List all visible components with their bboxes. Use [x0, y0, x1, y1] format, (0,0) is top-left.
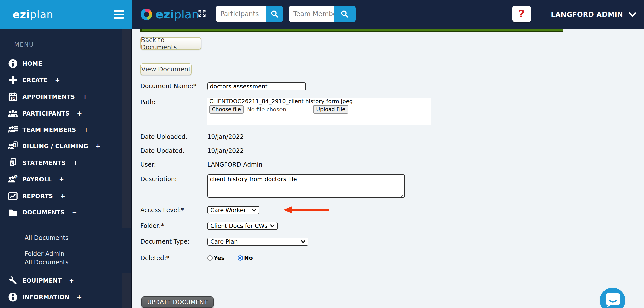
sidebar-logo-light: plan [30, 8, 53, 21]
sidebar-item-appointments[interactable]: 31 APPOINTMENTS + [0, 91, 122, 102]
app-logo[interactable]: eziplan [140, 8, 199, 21]
submenu-item-folder-admin[interactable]: Folder Admin [0, 249, 131, 259]
sidebar-logo[interactable]: eziplan [13, 8, 53, 21]
sidebar-item-information[interactable]: INFORMATION + [0, 292, 122, 303]
red-annotation-arrow [282, 206, 331, 214]
info-circle-icon [8, 292, 18, 302]
sidebar-item-reports[interactable]: REPORTS + [0, 190, 122, 202]
description-textarea[interactable]: client history from doctors file [207, 174, 405, 198]
access-level-select[interactable]: Care Worker [207, 206, 259, 214]
sidebar-item-documents[interactable]: DOCUMENTS − [0, 207, 122, 218]
user-name: LANGFORD ADMIN [551, 11, 623, 18]
svg-text:$: $ [14, 144, 16, 147]
sidebar-edge [131, 29, 132, 308]
svg-text:$: $ [15, 175, 17, 179]
help-question-mark: ? [519, 8, 525, 20]
document-name-input[interactable] [207, 82, 306, 90]
sidebar-item-equipment[interactable]: EQUIPMENT + [0, 275, 122, 286]
chat-widget-button[interactable] [599, 287, 626, 308]
path-panel: CLIENTDOC26211_84_2910_client history fo… [207, 98, 431, 125]
info-circle-icon [8, 58, 18, 69]
hamburger-menu-icon[interactable] [114, 10, 124, 19]
document-type-label: Document Type: [140, 238, 189, 245]
form-bottom-divider [140, 280, 561, 280]
search-icon [340, 9, 349, 19]
deleted-label: Deleted:* [140, 255, 169, 262]
no-file-chosen-text: No file chosen [247, 106, 286, 113]
deleted-no-label: No [244, 255, 253, 261]
choose-file-button[interactable]: Choose file [209, 105, 244, 114]
submenu-item-all-documents[interactable]: All Documents [0, 233, 131, 243]
sidebar-logo-bold: ezi [13, 8, 30, 21]
team-members-search-input[interactable] [289, 6, 334, 22]
sidebar-header: eziplan [0, 0, 132, 29]
user-value: LANGFORD Admin [207, 161, 262, 168]
folder-select[interactable]: Client Docs for CWs [207, 222, 278, 230]
chart-icon [8, 191, 18, 201]
menu-section-label: MENU [14, 41, 34, 48]
sidebar-item-billing-claiming[interactable]: $ BILLING / CLAIMING + [0, 141, 122, 152]
description-label: Description: [140, 176, 177, 183]
help-button[interactable]: ? [512, 6, 531, 22]
deleted-radio-group: Yes No [207, 255, 253, 261]
upload-file-button[interactable]: Upload File [313, 105, 348, 114]
calendar-icon: 31 [8, 92, 18, 102]
payroll-coin-icon: $ [8, 174, 18, 185]
view-document-button[interactable]: View Document [140, 63, 192, 75]
plus-icon [8, 75, 18, 85]
user-menu[interactable]: LANGFORD ADMIN [551, 0, 636, 29]
date-uploaded-value: 19/Jan/2022 [207, 133, 244, 140]
user-label: User: [140, 161, 156, 168]
back-to-documents-button[interactable]: Back to Documents [140, 37, 201, 50]
participants-search-button[interactable] [266, 6, 283, 22]
path-label: Path: [140, 99, 156, 106]
app-logo-text: eziplan [155, 8, 199, 21]
logo-donut-icon [140, 8, 153, 21]
update-document-button[interactable]: UPDATE DOCUMENT [141, 296, 214, 308]
participants-search-input[interactable] [216, 6, 266, 22]
date-updated-label: Date Updated: [140, 147, 184, 155]
select-chevron-icon [252, 208, 256, 212]
sidebar-item-statements[interactable]: $ STATEMENTS + [0, 157, 122, 168]
select-chevron-icon [301, 240, 305, 243]
panel-top-green-bar [140, 29, 563, 32]
sidebar-item-team-members[interactable]: TEAM MEMBERS + [0, 124, 122, 135]
date-updated-value: 19/Jan/2022 [207, 147, 244, 155]
chevron-down-icon [629, 12, 636, 17]
search-icon [270, 9, 279, 19]
sidebar-item-payroll[interactable]: $ PAYROLL + [0, 174, 122, 185]
access-level-label: Access Level:* [140, 207, 184, 214]
people-list-icon [8, 125, 18, 135]
participants-search [216, 6, 283, 22]
sidebar: MENU HOME CREATE + 31 APPOINTMENTS + [0, 29, 132, 308]
sidebar-item-home[interactable]: HOME [0, 58, 122, 69]
fullscreen-expand-icon[interactable] [198, 10, 206, 17]
svg-text:31: 31 [11, 97, 15, 100]
sidebar-item-create[interactable]: CREATE + [0, 74, 122, 86]
folder-label: Folder:* [140, 222, 164, 229]
date-uploaded-label: Date Uploaded: [140, 133, 187, 140]
sidebar-item-participants[interactable]: PARTICIPANTS + [0, 108, 122, 119]
people-group-icon [8, 108, 18, 119]
folder-icon [8, 207, 18, 218]
team-members-search [289, 6, 356, 22]
deleted-no-radio[interactable] [238, 255, 243, 261]
wrench-icon [8, 275, 18, 286]
svg-text:$: $ [11, 162, 13, 166]
billing-document-icon: $ [8, 141, 18, 151]
deleted-yes-label: Yes [214, 255, 225, 261]
path-filename: CLIENTDOC26211_84_2910_client history fo… [209, 98, 353, 104]
statement-document-icon: $ [8, 158, 18, 168]
document-name-label: Document Name:* [140, 83, 196, 90]
team-members-search-button[interactable] [334, 6, 356, 22]
select-chevron-icon [270, 224, 275, 228]
deleted-yes-radio[interactable] [207, 255, 213, 261]
document-type-select[interactable]: Care Plan [207, 238, 308, 246]
